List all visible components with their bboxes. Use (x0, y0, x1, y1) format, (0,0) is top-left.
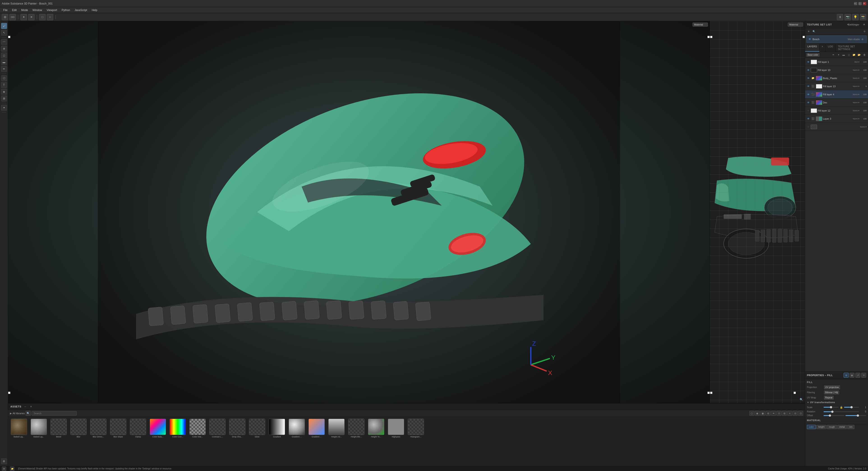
scale-x-thumb[interactable] (830, 406, 832, 408)
lyr-fx-btn[interactable]: ✦ (836, 53, 841, 57)
menu-help[interactable]: Help (90, 8, 100, 12)
tool-fill[interactable]: ▬ (1, 59, 7, 65)
toolbar-camera-btn[interactable]: 📷 (844, 14, 851, 20)
uv-corner-tr[interactable] (803, 36, 805, 38)
status-layers-btn[interactable]: ⊞ (2, 467, 6, 471)
filter-btn-5[interactable]: ✒ (771, 411, 776, 416)
layer-item[interactable]: 👁 Fill layer 10 Norm ▾ 100 (805, 66, 868, 74)
offset-x-track[interactable] (824, 415, 844, 416)
ts-settings-btn[interactable]: ⚙ (862, 29, 867, 34)
asset-item[interactable]: Color Mat... (189, 419, 207, 464)
props-close-btn[interactable]: ✕ (861, 373, 866, 378)
lyr-paint-btn[interactable]: ✒ (831, 53, 836, 57)
corner-handle-tl[interactable] (8, 36, 10, 38)
asset-item[interactable]: Drop Sha... (228, 419, 246, 464)
offset-x-thumb[interactable] (829, 414, 831, 417)
layer-item[interactable]: 👁 ⬛ Layer 3 Norm ▾ 100 (805, 115, 868, 123)
channel-height-btn[interactable]: height (816, 425, 827, 429)
lyr-group-btn[interactable]: 📁 (852, 53, 856, 57)
tool-smudge[interactable]: 〰 (1, 39, 7, 45)
ts-item-settings-btn[interactable]: ⚙ (860, 37, 865, 41)
layer-item[interactable]: 👁 Norm ▾ (805, 123, 868, 131)
filter-btn-1[interactable]: ⬡ (749, 411, 754, 416)
asset-item[interactable]: Glow (248, 419, 266, 464)
assets-minimize-btn[interactable]: ─ (23, 405, 27, 409)
ts-eye-btn[interactable]: 👁 (806, 29, 811, 34)
props-material-view-btn[interactable]: ◉ (849, 373, 855, 378)
tool-stamp[interactable]: ⊞ (1, 96, 7, 101)
menu-python[interactable]: Python (59, 8, 72, 12)
layer-item[interactable]: 👁 📁 Body_Plastic Norm ▾ 100 (805, 74, 868, 82)
tool-settings[interactable]: ⚙ (1, 459, 7, 464)
asset-item[interactable]: Gradient ... (288, 419, 306, 464)
asset-item[interactable]: Gradient ... (308, 419, 326, 464)
all-libraries-toggle[interactable]: ▶ (10, 412, 12, 415)
asset-item[interactable]: Color Corr... (169, 419, 187, 464)
channel-rough-btn[interactable]: rough (827, 425, 837, 429)
menu-viewport[interactable]: Viewport (44, 8, 59, 12)
scale-lock-icon[interactable]: 🔒 (840, 405, 843, 409)
layer-eye-icon[interactable]: 👁 (806, 125, 810, 129)
asset-item[interactable]: Highpass (387, 419, 405, 464)
layer-eye-icon[interactable]: 👁 (806, 117, 810, 121)
texture-set-minimize-btn[interactable]: ─ (857, 23, 861, 27)
toolbar-transform-btn[interactable]: ✕ (28, 14, 34, 20)
asset-item[interactable]: Baked Lig... (30, 419, 48, 464)
lyr-delete-btn[interactable]: 🗑 (862, 53, 867, 57)
uvwrap-select[interactable]: Repeat (824, 396, 834, 400)
channel-color-btn[interactable]: color (807, 425, 816, 429)
tool-picker[interactable]: ✦ (1, 105, 7, 111)
layer-item[interactable]: 👁 ⬛ Dec Norm ▾ 100 (805, 99, 868, 107)
texture-set-item[interactable]: 👁 Bosch Main shader ⚙ (806, 36, 867, 43)
menu-window[interactable]: Window (30, 8, 44, 12)
close-button[interactable]: ✕ (863, 2, 866, 5)
asset-item[interactable]: Color Bala... (149, 419, 167, 464)
uv-corner-br[interactable] (794, 392, 796, 394)
filter-btn-4[interactable]: ⊞ (766, 411, 771, 416)
asset-item[interactable]: Histogram... (407, 419, 425, 464)
offset-y-track[interactable] (845, 415, 866, 416)
toolbar-circle-btn[interactable]: ○ (47, 14, 53, 20)
tool-clone[interactable]: ⊕ (1, 46, 7, 52)
menu-file[interactable]: File (1, 8, 10, 12)
uv-corner-bl[interactable] (710, 392, 712, 394)
layer-eye-icon[interactable]: 👁 (806, 109, 810, 112)
tool-polygon[interactable]: ⬠ (1, 75, 7, 81)
layer-eye-icon[interactable]: 👁 (806, 93, 810, 96)
lyr-folder-btn[interactable]: 📂 (857, 53, 862, 57)
lyr-mask-btn[interactable]: ◻ (846, 53, 851, 57)
asset-item[interactable]: Blur Direct... (89, 419, 107, 464)
layer-item[interactable]: 👁 Fill layer 12 Norm ▾ 100 (805, 107, 868, 115)
asset-item[interactable]: Contrast L... (208, 419, 226, 464)
filter-btn-7[interactable]: ⊞ (782, 411, 787, 416)
tab-layers[interactable]: LAYERS (805, 44, 819, 52)
props-expand-btn[interactable]: ⇗ (856, 373, 860, 378)
menu-javascript[interactable]: JavaScript (72, 8, 90, 12)
filter-btn-2[interactable]: ◉ (755, 411, 760, 416)
viewport-uv-mode-select[interactable]: Material (788, 23, 803, 27)
layer-eye-icon[interactable]: 👁 (806, 76, 810, 80)
toolbar-light-btn[interactable]: 💡 (852, 14, 859, 20)
scale-y-track[interactable] (844, 407, 859, 408)
filter-btn-9[interactable]: ⊟ (793, 411, 798, 416)
layer-eye-icon[interactable]: 👁 (806, 101, 810, 104)
lyr-fill-btn[interactable]: ▬ (841, 53, 846, 57)
tool-material[interactable]: ◈ (1, 89, 7, 95)
toolbar-square-btn[interactable]: □ (39, 14, 45, 20)
scale-y-thumb[interactable] (850, 406, 852, 408)
menu-mode[interactable]: Mode (19, 8, 30, 12)
layer-item[interactable]: 👁 Fill layer 1 Mul ▾ 100 (805, 58, 868, 66)
viewport-3d[interactable]: Material Render (8, 21, 710, 403)
offset-y-thumb[interactable] (857, 414, 859, 417)
asset-item[interactable]: Height Ad... (328, 419, 345, 464)
viewport-uv[interactable]: Material (710, 21, 805, 403)
rotation-thumb[interactable] (831, 411, 834, 413)
status-folder-btn[interactable]: 📁 (10, 467, 14, 471)
channel-nm-btn[interactable]: nm (847, 425, 855, 429)
props-fill-view-btn[interactable]: ⊞ (844, 373, 848, 378)
uv-transforms-header[interactable]: ▼ UV transformations (807, 401, 866, 404)
maximize-button[interactable]: □ (859, 2, 862, 5)
asset-item[interactable]: Baked Lig... (10, 419, 28, 464)
asset-item[interactable]: Height To... (367, 419, 385, 464)
asset-item[interactable]: Blur Slope (109, 419, 127, 464)
